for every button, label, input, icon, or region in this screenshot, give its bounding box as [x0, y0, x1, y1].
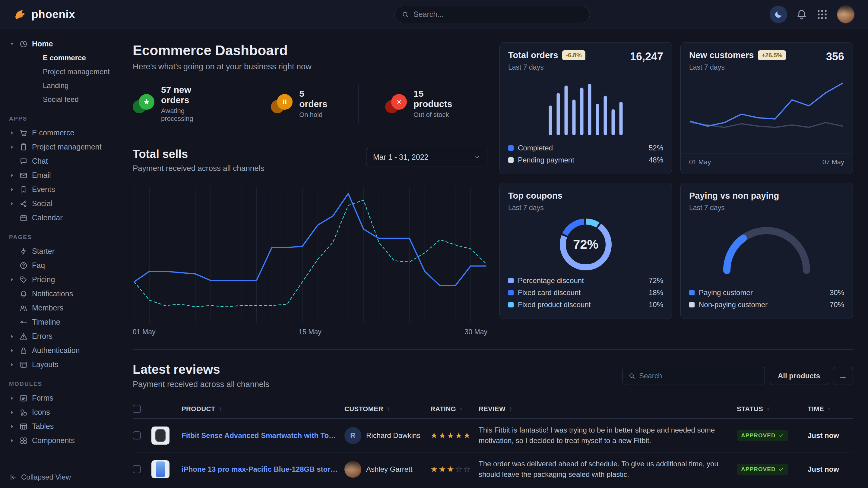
card-total-orders: Total orders -6.8% Last 7 days 16,247 Co… [499, 42, 672, 174]
sidebar-item-tables[interactable]: Tables [9, 419, 109, 433]
table-row-partial [133, 486, 853, 488]
star-icon [143, 98, 151, 106]
global-search-input[interactable] [413, 10, 583, 19]
column-status[interactable]: STATUS [737, 405, 808, 413]
sidebar-item-authentication[interactable]: Authentication [9, 343, 109, 357]
sidebar-subitem-social-feed[interactable]: Social feed [9, 93, 109, 106]
sidebar-subitem-e-commerce[interactable]: E commerce [9, 51, 109, 65]
sidebar-item-pricing[interactable]: Pricing [9, 272, 109, 287]
select-all-checkbox[interactable] [133, 405, 141, 413]
caret-right-icon [9, 277, 15, 283]
apps-menu-button[interactable] [816, 8, 828, 21]
global-search[interactable] [395, 6, 590, 23]
column-customer[interactable]: CUSTOMER [344, 405, 430, 413]
warning-icon [19, 332, 28, 340]
question-icon [19, 261, 28, 270]
sidebar-item-icons[interactable]: Icons [9, 405, 109, 419]
sort-icon [508, 406, 513, 412]
chevron-down-icon [474, 154, 480, 160]
stats-row: 57 new orders Awating processing 5 order… [133, 85, 487, 135]
column-rating[interactable]: RATING [430, 405, 478, 413]
bell-icon [19, 290, 28, 298]
column-review[interactable]: REVIEW [478, 405, 737, 413]
sidebar-item-forms[interactable]: Forms [9, 391, 109, 405]
table-row: Fitbit Sense Advanced Smartwatch with To… [133, 419, 853, 452]
iphone-image [156, 461, 165, 477]
check-icon [778, 433, 784, 438]
sort-icon [766, 406, 771, 412]
bookmark-icon [19, 185, 28, 194]
product-image [151, 426, 169, 445]
sidebar-item-social[interactable]: Social [9, 197, 109, 211]
new-customers-chart [689, 78, 844, 142]
page-title: Ecommerce Dashboard [133, 42, 487, 59]
star-icon: ★ [430, 465, 438, 474]
tag-icon [19, 275, 28, 284]
reviews-subtitle: Payment received across all channels [133, 380, 269, 389]
search-icon [401, 10, 409, 19]
sidebar-item-notifications[interactable]: Notifications [9, 287, 109, 301]
share-icon [19, 199, 28, 208]
sidebar-item-chat[interactable]: Chat [9, 154, 109, 168]
x-icon [385, 94, 407, 113]
row-checkbox[interactable] [133, 465, 141, 473]
home-icon [19, 40, 28, 48]
legend-non-paying: Non-paying customer 70% [689, 299, 844, 311]
caret-right-icon [9, 201, 15, 207]
caret-down-icon [9, 41, 15, 47]
sidebar-item-events[interactable]: Events [9, 182, 109, 197]
date-range-select[interactable]: Mar 1 - 31, 2022 [366, 148, 487, 166]
sidebar-item-e-commerce[interactable]: E commerce [9, 126, 109, 140]
sidebar-item-email[interactable]: Email [9, 168, 109, 182]
status-badge: APPROVED [737, 464, 788, 475]
topbar-actions [770, 5, 855, 24]
reviews-table: PRODUCT CUSTOMER RATING REVIEW STATUS TI… [133, 399, 853, 488]
stat-orders-on-hold: 5 orders On hold [244, 85, 358, 123]
product-link[interactable]: Fitbit Sense Advanced Smartwatch with To… [182, 431, 344, 440]
sidebar-subitem-landing[interactable]: Landing [9, 79, 109, 93]
sidebar-item-timeline[interactable]: Timeline [9, 315, 109, 329]
brand[interactable]: phoenix [13, 7, 75, 22]
all-products-button[interactable]: All products [770, 367, 828, 385]
row-checkbox[interactable] [133, 431, 141, 440]
collapsed-view-toggle[interactable]: Collapsed View [0, 466, 115, 488]
table-row: iPhone 13 pro max-Pacific Blue-128GB sto… [133, 452, 853, 486]
caret-right-icon [9, 130, 15, 136]
more-options-button[interactable]: ... [833, 367, 853, 385]
caret-right-icon [9, 333, 15, 339]
sidebar-item-faq[interactable]: Faq [9, 258, 109, 272]
caret-right-icon [9, 395, 15, 401]
legend-swatch [689, 302, 694, 307]
sidebar-item-components[interactable]: Components [9, 433, 109, 448]
reviews-search[interactable] [622, 367, 765, 385]
product-link[interactable]: iPhone 13 pro max-Pacific Blue-128GB sto… [182, 465, 344, 474]
sidebar-item-project-management[interactable]: Project management [9, 140, 109, 154]
bolt-icon [19, 247, 28, 256]
sort-icon [386, 406, 391, 412]
search-icon [628, 372, 636, 380]
star-icon: ★ [447, 431, 455, 440]
legend-swatch [508, 290, 514, 295]
theme-toggle-button[interactable] [770, 6, 787, 23]
sidebar-item-layouts[interactable]: Layouts [9, 357, 109, 372]
sidebar-item-calendar[interactable]: Calendar [9, 211, 109, 225]
collapse-icon [9, 473, 17, 481]
legend-fixed-product-discount: Fixed product discount 10% [508, 299, 663, 311]
sidebar-item-starter[interactable]: Starter [9, 244, 109, 258]
notifications-button[interactable] [796, 8, 808, 21]
column-time[interactable]: TIME [808, 405, 853, 413]
sidebar-subitem-project-management[interactable]: Project management [9, 65, 109, 79]
sidebar-item-members[interactable]: Members [9, 301, 109, 315]
new-orders-icon [133, 94, 154, 113]
legend-swatch [508, 145, 514, 151]
star-icon: ☆ [455, 465, 463, 474]
table-header-row: PRODUCT CUSTOMER RATING REVIEW STATUS TI… [133, 399, 853, 419]
legend-pending: Pending payment 48% [508, 154, 663, 166]
user-avatar[interactable] [837, 5, 855, 24]
sidebar-item-errors[interactable]: Errors [9, 329, 109, 343]
reviews-search-input[interactable] [639, 372, 759, 380]
sidebar-item-home[interactable]: Home [9, 37, 109, 51]
smartwatch-image [155, 429, 165, 442]
legend-swatch [689, 290, 694, 295]
column-product[interactable]: PRODUCT [182, 405, 344, 413]
